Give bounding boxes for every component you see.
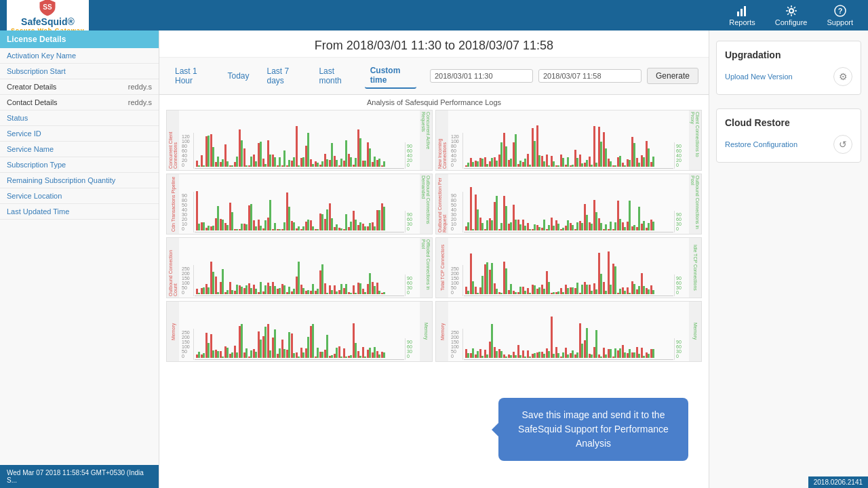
bar-green [369,273,371,294]
bar-green [288,207,290,230]
top-navigation: SS SafeSquid® Secure Web Gateway Reports… [0,0,868,30]
bar-green [336,224,338,230]
bar-green [467,291,469,294]
bar-group [196,191,200,230]
bar-group [343,140,347,167]
chart-canvas-occ: 2502001501005009060300 [179,238,420,298]
bar-green [269,155,271,167]
bar-green [529,229,531,230]
bar-group [357,351,361,358]
bar-group [513,291,517,295]
bar-group [205,136,210,167]
bar-green [600,274,602,294]
bar-green [264,220,267,230]
bar-group [579,155,583,167]
bar-green [519,224,521,230]
bar-group [201,155,205,167]
sidebar-item-service-id[interactable]: Service ID [0,126,159,142]
bar-group [300,285,304,294]
bar-group [286,332,290,358]
bar-green [378,210,380,230]
bar-green [605,148,607,167]
bar-group [234,285,238,294]
bar-green [472,281,474,294]
sidebar-item-service-location[interactable]: Service Location [0,188,159,204]
bar-group [381,292,385,294]
bar-green [548,282,550,294]
bar-group [300,348,304,358]
bar-green [595,212,597,230]
bar-group [551,156,555,167]
bar-group [215,206,219,230]
bar-green [279,288,281,294]
bar-green [345,284,347,294]
bar-group [205,333,210,358]
bar-green [548,351,550,358]
bar-green [293,157,295,167]
generate-button[interactable]: Generate [647,68,698,84]
tab-last7days[interactable]: Last 7 days [262,64,307,88]
bar-green [250,204,252,230]
chart-yaxis-right-mem2: 9060300 [674,338,688,360]
chart-left-label-occ: Outbound Connection Count [167,238,179,298]
tab-customtime[interactable]: Custom time [365,63,416,89]
bar-green [610,161,612,167]
bar-group [641,221,645,230]
tab-lastmonth[interactable]: Last month [313,64,357,88]
bar-green [350,355,352,358]
bar-green [633,352,635,358]
sidebar-item-status[interactable]: Status [0,110,159,126]
bar-green [505,206,507,230]
sidebar-item-activation-key[interactable]: Activation Key Name [0,48,159,64]
bar-group [310,159,314,167]
bar-green [572,287,574,294]
bar-green [624,291,626,294]
bar-green [307,220,309,230]
bar-group [234,346,238,358]
bar-group [503,354,507,358]
from-date-input[interactable] [430,69,533,83]
bar-green [605,224,607,230]
sidebar-item-remaining-qty[interactable]: Remaining Subscription Quantity [0,173,159,188]
chart-yaxis-left-nic: 120100806040200 [450,133,463,169]
sidebar-item-service-name[interactable]: Service Name [0,142,159,157]
sidebar-item-last-updated[interactable]: Last Updated Time [0,204,159,220]
configure-button[interactable]: Configure [767,1,816,30]
bar-group [296,352,300,358]
sidebar-item-subscription-type[interactable]: Subscription Type [0,157,159,173]
bar-green [510,222,512,230]
bar-group [224,346,229,358]
bar-green [378,291,380,294]
bar-green [586,160,588,167]
bar-group [196,289,200,294]
bars-area-ocr [464,186,673,232]
restore-config-link[interactable]: Restore Configuration [725,140,797,148]
bar-green [307,337,309,358]
bar-green [302,352,304,358]
bar-group [319,264,323,294]
tab-today[interactable]: Today [222,68,254,83]
bar-group [570,350,574,358]
bar-group [229,352,233,358]
support-button[interactable]: ? Support [818,1,861,30]
sidebar-item-subscription-start[interactable]: Subscription Start [0,64,159,79]
bar-green [383,352,385,358]
to-date-input[interactable] [538,69,642,83]
bar-green [279,229,281,230]
bar-group [362,161,366,167]
bar-green [298,357,300,358]
tab-last1hour[interactable]: Last 1 Hour [170,64,215,88]
bar-group [527,154,531,167]
bar-green [519,355,521,358]
upload-version-link[interactable]: Upload New Version [725,73,793,81]
service-id-label: Service ID [7,129,41,138]
bar-green [212,226,214,230]
bar-green [340,228,342,230]
bar-group [608,159,612,167]
gear-icon[interactable]: ⚙ [833,67,852,86]
bar-group [494,347,498,358]
restore-icon[interactable]: ↺ [833,135,852,154]
reports-button[interactable]: Reports [721,1,764,30]
chart-ocr: Outbound Connection Per Request908050403… [435,174,702,235]
bar-green [610,349,612,358]
